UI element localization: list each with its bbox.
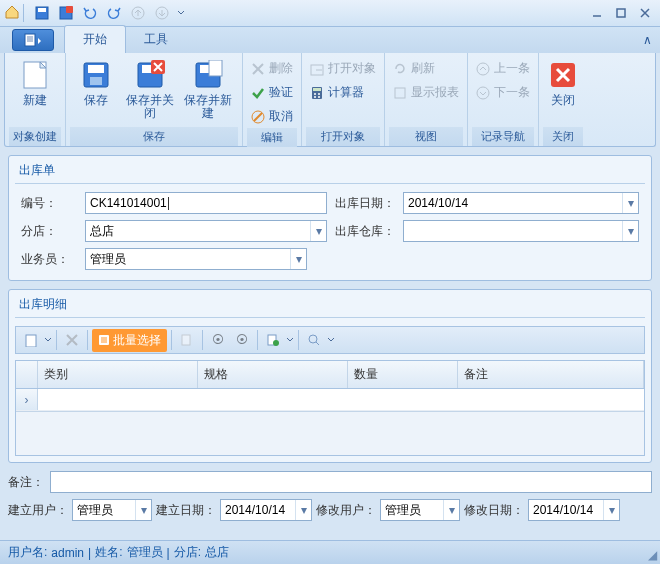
detail-toolbar: 批量选择 ⦿ ⦿ bbox=[15, 326, 645, 354]
maximize-button[interactable] bbox=[610, 3, 632, 23]
tab-start[interactable]: 开始 bbox=[64, 25, 126, 53]
calculator-button[interactable]: 计算器 bbox=[306, 81, 380, 104]
svg-rect-6 bbox=[617, 9, 625, 17]
undo-icon[interactable] bbox=[79, 3, 101, 23]
last-icon: ⦿ bbox=[231, 329, 253, 351]
chevron-down-icon[interactable]: ▾ bbox=[622, 221, 638, 241]
dropdown-icon[interactable] bbox=[44, 336, 52, 344]
show-report-button: 显示报表 bbox=[389, 81, 463, 104]
clerk-label: 业务员： bbox=[21, 251, 77, 268]
delete-row-icon bbox=[61, 329, 83, 351]
branch-combo[interactable]: 总店▾ bbox=[85, 220, 327, 242]
svg-rect-1 bbox=[38, 8, 46, 12]
modify-date-combo[interactable]: 2014/10/14▾ bbox=[528, 499, 620, 521]
first-icon: ⦿ bbox=[207, 329, 229, 351]
row-indicator-icon: › bbox=[16, 389, 38, 410]
svg-rect-17 bbox=[209, 60, 222, 76]
svg-point-23 bbox=[318, 93, 320, 95]
close-button[interactable] bbox=[634, 3, 656, 23]
svg-rect-26 bbox=[395, 88, 405, 98]
new-button[interactable]: 新建 bbox=[9, 55, 61, 111]
svg-rect-11 bbox=[90, 77, 102, 85]
create-user-label: 建立用户： bbox=[8, 502, 68, 519]
save-new-button[interactable]: 保存并新建 bbox=[178, 55, 238, 124]
svg-point-22 bbox=[314, 93, 316, 95]
next-icon bbox=[151, 3, 173, 23]
collapse-ribbon-icon[interactable]: ∧ bbox=[643, 33, 652, 47]
status-bar: 用户名:admin | 姓名:管理员 | 分店:总店 ◢ bbox=[0, 540, 660, 564]
prev-record-button: 上一条 bbox=[472, 57, 534, 80]
svg-point-35 bbox=[309, 335, 317, 343]
clerk-combo[interactable]: 管理员▾ bbox=[85, 248, 307, 270]
chevron-down-icon[interactable]: ▾ bbox=[290, 249, 306, 269]
next-record-button: 下一条 bbox=[472, 81, 534, 104]
delete-button: 删除 bbox=[247, 57, 297, 80]
remark-label: 备注： bbox=[8, 474, 44, 491]
no-input[interactable]: CK141014001 bbox=[85, 192, 327, 214]
title-bar bbox=[0, 0, 660, 27]
ribbon-tabs: 开始 工具 ∧ bbox=[0, 27, 660, 53]
table-row[interactable]: › bbox=[16, 389, 644, 411]
panel-title: 出库单 bbox=[9, 156, 651, 183]
svg-rect-7 bbox=[25, 34, 35, 46]
detail-title: 出库明细 bbox=[9, 290, 651, 317]
new-row-icon[interactable] bbox=[20, 329, 42, 351]
svg-point-25 bbox=[318, 96, 320, 98]
date-label: 出库日期： bbox=[335, 195, 395, 212]
dropdown-icon[interactable] bbox=[327, 336, 335, 344]
dropdown-icon[interactable] bbox=[286, 336, 294, 344]
modify-user-label: 修改用户： bbox=[316, 502, 376, 519]
col-remark[interactable]: 备注 bbox=[458, 361, 644, 388]
svg-point-27 bbox=[477, 63, 489, 75]
validate-button[interactable]: 验证 bbox=[247, 81, 297, 104]
svg-rect-10 bbox=[88, 65, 104, 73]
svg-rect-21 bbox=[313, 88, 321, 91]
warehouse-combo[interactable]: ▾ bbox=[403, 220, 639, 242]
save-close-icon[interactable] bbox=[55, 3, 77, 23]
create-user-combo[interactable]: 管理员▾ bbox=[72, 499, 152, 521]
detail-grid[interactable]: 类别 规格 数量 备注 › bbox=[15, 360, 645, 456]
batch-select-button[interactable]: 批量选择 bbox=[92, 329, 167, 352]
refresh-button: 刷新 bbox=[389, 57, 463, 80]
svg-rect-30 bbox=[26, 335, 36, 347]
no-label: 编号： bbox=[21, 195, 77, 212]
svg-point-34 bbox=[273, 340, 279, 346]
create-date-label: 建立日期： bbox=[156, 502, 216, 519]
home-icon[interactable] bbox=[4, 4, 20, 23]
qat-dropdown-icon[interactable] bbox=[175, 3, 187, 23]
save-icon[interactable] bbox=[31, 3, 53, 23]
detail-panel: 出库明细 批量选择 ⦿ ⦿ 类别 规格 数量 备注 › bbox=[8, 289, 652, 463]
copy-icon bbox=[176, 329, 198, 351]
minimize-button[interactable] bbox=[586, 3, 608, 23]
app-menu-button[interactable] bbox=[12, 29, 54, 51]
svg-rect-3 bbox=[66, 6, 73, 13]
col-category[interactable]: 类别 bbox=[38, 361, 198, 388]
remark-input[interactable] bbox=[50, 471, 652, 493]
ribbon: 新建 对象创建 保存 保存并关闭 保存并新建 保存 删除 验证 取消 编辑 打开… bbox=[4, 53, 656, 147]
tab-tools[interactable]: 工具 bbox=[126, 26, 186, 53]
quick-access-toolbar bbox=[31, 3, 187, 23]
create-date-combo[interactable]: 2014/10/14▾ bbox=[220, 499, 312, 521]
col-spec[interactable]: 规格 bbox=[198, 361, 348, 388]
outbound-panel: 出库单 编号： CK141014001 出库日期： 2014/10/14▾ 分店… bbox=[8, 155, 652, 281]
open-object-button: 打开对象 bbox=[306, 57, 380, 80]
modify-user-combo[interactable]: 管理员▾ bbox=[380, 499, 460, 521]
close-form-button[interactable]: 关闭 bbox=[543, 55, 583, 111]
modify-date-label: 修改日期： bbox=[464, 502, 524, 519]
svg-rect-32 bbox=[182, 335, 190, 345]
date-input[interactable]: 2014/10/14▾ bbox=[403, 192, 639, 214]
prev-icon bbox=[127, 3, 149, 23]
chevron-down-icon[interactable]: ▾ bbox=[310, 221, 326, 241]
warehouse-label: 出库仓库： bbox=[335, 223, 395, 240]
export-icon[interactable] bbox=[262, 329, 284, 351]
resize-grip-icon[interactable]: ◢ bbox=[648, 548, 657, 562]
save-close-button[interactable]: 保存并关闭 bbox=[124, 55, 176, 124]
save-button[interactable]: 保存 bbox=[70, 55, 122, 111]
chevron-down-icon[interactable]: ▾ bbox=[622, 193, 638, 213]
cancel-button[interactable]: 取消 bbox=[247, 105, 297, 128]
svg-point-28 bbox=[477, 87, 489, 99]
search-icon[interactable] bbox=[303, 329, 325, 351]
redo-icon[interactable] bbox=[103, 3, 125, 23]
col-qty[interactable]: 数量 bbox=[348, 361, 458, 388]
svg-point-24 bbox=[314, 96, 316, 98]
